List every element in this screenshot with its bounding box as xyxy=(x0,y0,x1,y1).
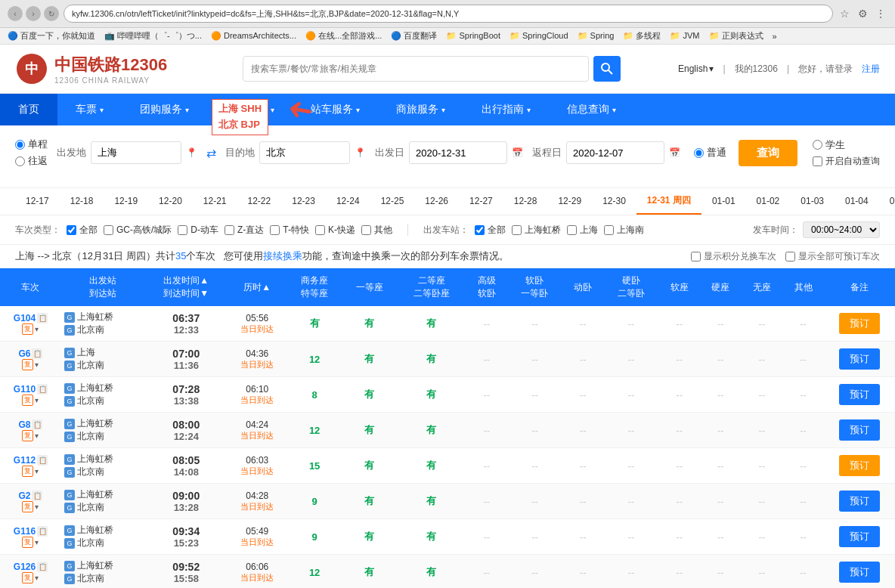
second-seat-value[interactable]: 有 xyxy=(426,460,436,471)
business-seat-value[interactable]: 9 xyxy=(312,496,317,507)
back-button[interactable]: ‹ xyxy=(8,6,23,21)
forward-button[interactable]: › xyxy=(26,6,41,21)
first-seat-cell[interactable]: 有 xyxy=(342,555,398,589)
bookmark-translate[interactable]: 🔵 百度翻译 xyxy=(391,30,437,42)
bookmark-multithread[interactable]: 📁 多线程 xyxy=(623,30,661,42)
business-seat-cell[interactable]: 有 xyxy=(287,306,342,342)
bookmark-jvm[interactable]: 📁 JVM xyxy=(670,31,699,41)
show-all-checkbox[interactable]: 显示全部可预订车次 xyxy=(785,250,880,263)
date-tab-1230[interactable]: 12-30 xyxy=(592,190,636,214)
date-tab-1228[interactable]: 12-28 xyxy=(503,190,548,214)
expand-arrow[interactable]: ▾ xyxy=(35,361,39,369)
filter-k[interactable]: K-快递 xyxy=(315,224,355,237)
site-search-button[interactable] xyxy=(593,56,621,82)
business-seat-value[interactable]: 12 xyxy=(309,567,320,578)
filter-hongqiao[interactable]: 上海虹桥 xyxy=(512,224,561,237)
depart-date-input[interactable] xyxy=(409,141,507,164)
bookmark-baidu[interactable]: 🔵 百度一下，你就知道 xyxy=(8,30,95,42)
business-seat-cell[interactable]: 9 xyxy=(287,519,342,555)
book-cell[interactable]: 预订 xyxy=(824,306,895,342)
register-link[interactable]: 注册 xyxy=(862,63,880,76)
from-input[interactable] xyxy=(91,141,181,164)
date-tab-1218[interactable]: 12-18 xyxy=(60,190,104,214)
expand-arrow[interactable]: ▾ xyxy=(35,538,39,546)
second-seat-cell[interactable]: 有 xyxy=(397,519,466,555)
business-seat-cell[interactable]: 15 xyxy=(287,448,342,484)
site-search-input[interactable] xyxy=(243,56,589,82)
first-seat-cell[interactable]: 有 xyxy=(342,342,398,377)
date-tab-1224[interactable]: 12-24 xyxy=(326,190,370,214)
filter-other[interactable]: 其他 xyxy=(361,224,392,237)
language-selector[interactable]: English ▾ xyxy=(678,63,714,74)
my-account-link[interactable]: 我的12306 xyxy=(735,63,778,76)
first-seat-value[interactable]: 有 xyxy=(364,495,374,506)
expand-arrow[interactable]: ▾ xyxy=(35,396,39,404)
second-seat-value[interactable]: 有 xyxy=(426,495,436,506)
business-seat-value[interactable]: 12 xyxy=(309,354,320,365)
train-link[interactable]: G104 xyxy=(14,313,36,323)
second-seat-cell[interactable]: 有 xyxy=(397,413,466,448)
book-cell[interactable]: 预订 xyxy=(824,555,895,589)
nav-business[interactable]: 商旅服务 ▾ xyxy=(378,94,463,125)
return-date-input[interactable] xyxy=(566,141,664,164)
expand-arrow[interactable]: ▾ xyxy=(35,325,39,333)
depart-calendar-icon[interactable]: 📅 xyxy=(512,147,523,158)
date-tab-1223[interactable]: 12-23 xyxy=(281,190,326,214)
first-seat-cell[interactable]: 有 xyxy=(342,484,398,519)
nav-group[interactable]: 团购服务 ▾ xyxy=(122,94,207,125)
filter-gc[interactable]: GC-高铁/城际 xyxy=(104,224,172,237)
bookmark-star[interactable]: ☆ xyxy=(838,7,851,20)
first-seat-cell[interactable]: 有 xyxy=(342,306,398,342)
second-seat-value[interactable]: 有 xyxy=(426,566,436,577)
second-seat-cell[interactable]: 有 xyxy=(397,377,466,413)
date-tab-1231[interactable]: 12-31 周四 xyxy=(636,188,701,215)
filter-all-trains[interactable]: 全部 xyxy=(67,224,98,237)
nav-guide[interactable]: 出行指南 ▾ xyxy=(463,94,549,125)
show-relay-checkbox[interactable]: 显示积分兑换车次 xyxy=(691,250,776,263)
date-tab-0105[interactable]: 01-05 xyxy=(879,190,895,214)
first-seat-value[interactable]: 有 xyxy=(364,353,374,364)
to-input[interactable] xyxy=(259,141,350,164)
book-cell[interactable]: 预订 xyxy=(824,413,895,448)
business-seat-cell[interactable]: 12 xyxy=(287,413,342,448)
book-button[interactable]: 预订 xyxy=(839,419,880,441)
bookmark-spring[interactable]: 📁 Spring xyxy=(578,31,615,41)
book-cell[interactable]: 预订 xyxy=(824,342,895,377)
book-button[interactable]: 预订 xyxy=(839,313,880,334)
bookmark-more[interactable]: » xyxy=(773,32,777,41)
bookmark-springboot[interactable]: 📁 SpringBoot xyxy=(446,31,500,41)
th-time[interactable]: 出发时间▲到达时间▼ xyxy=(145,268,228,306)
first-seat-cell[interactable]: 有 xyxy=(342,448,398,484)
train-link[interactable]: G110 xyxy=(14,384,36,395)
radio-single[interactable]: 单程 xyxy=(15,138,48,151)
book-cell[interactable]: 预订 xyxy=(824,484,895,519)
expand-arrow[interactable]: ▾ xyxy=(35,467,39,475)
second-seat-value[interactable]: 有 xyxy=(426,531,436,542)
first-seat-cell[interactable]: 有 xyxy=(342,519,398,555)
extensions-icon[interactable]: ⚙ xyxy=(856,7,869,20)
bookmark-springcloud[interactable]: 📁 SpringCloud xyxy=(509,31,568,41)
date-tab-1217[interactable]: 12-17 xyxy=(15,190,60,214)
date-tab-0101[interactable]: 01-01 xyxy=(701,190,746,214)
book-button[interactable]: 预订 xyxy=(839,455,880,476)
radio-return[interactable]: 往返 xyxy=(15,154,48,168)
train-link[interactable]: G112 xyxy=(14,455,36,466)
query-button[interactable]: 查询 xyxy=(739,140,797,166)
second-seat-cell[interactable]: 有 xyxy=(397,555,466,589)
second-seat-value[interactable]: 有 xyxy=(426,317,436,329)
date-tab-1220[interactable]: 12-20 xyxy=(148,190,193,214)
business-seat-value[interactable]: 9 xyxy=(312,531,317,543)
date-tab-1219[interactable]: 12-19 xyxy=(104,190,148,214)
business-seat-cell[interactable]: 12 xyxy=(287,555,342,589)
expand-arrow[interactable]: ▾ xyxy=(35,574,39,582)
expand-arrow[interactable]: ▾ xyxy=(35,503,39,511)
book-cell[interactable]: 预订 xyxy=(824,448,895,484)
date-tab-0103[interactable]: 01-03 xyxy=(790,190,835,214)
first-seat-value[interactable]: 有 xyxy=(364,566,374,577)
radio-normal[interactable]: 普通 xyxy=(694,140,726,166)
train-link[interactable]: G6 xyxy=(18,348,30,359)
first-seat-value[interactable]: 有 xyxy=(364,424,374,435)
bookmark-games[interactable]: 🟠 在线...全部游戏... xyxy=(305,30,382,42)
book-cell[interactable]: 预订 xyxy=(824,377,895,413)
filter-shanghai[interactable]: 上海 xyxy=(567,224,598,237)
